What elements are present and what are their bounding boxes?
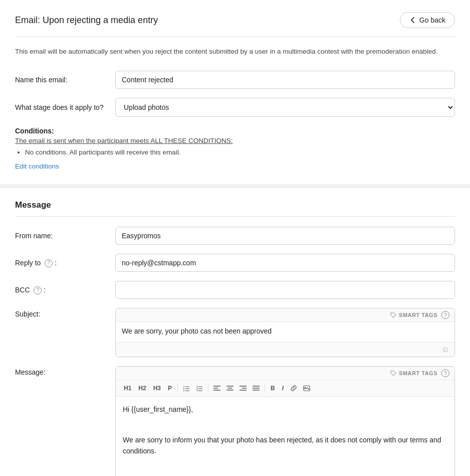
subject-input[interactable]: We are sorry, your photo cas not been ap…	[116, 322, 454, 342]
message-top-bar: SMART TAGS ?	[116, 367, 454, 380]
conditions-keyword: ALL THESE CONDITIONS:	[150, 137, 232, 144]
reply-to-label: Reply to	[15, 259, 41, 267]
toolbar-ol[interactable]: 1.2.3.	[193, 383, 205, 393]
svg-rect-6	[183, 390, 184, 391]
svg-rect-18	[228, 388, 232, 389]
svg-rect-13	[198, 391, 202, 391]
svg-rect-25	[253, 390, 260, 391]
tag-icon	[390, 311, 397, 319]
svg-rect-15	[213, 388, 218, 389]
svg-rect-4	[183, 388, 184, 389]
subject-smart-tags-help[interactable]: ?	[441, 311, 449, 319]
svg-text:3.: 3.	[196, 389, 198, 392]
toolbar-align-justify[interactable]	[250, 384, 262, 393]
svg-rect-23	[253, 386, 260, 387]
toolbar-h1[interactable]: H1	[121, 383, 134, 393]
conditions-title: Conditions:	[15, 127, 455, 135]
conditions-text: The email is sent when the participant m…	[15, 137, 455, 144]
svg-rect-24	[253, 388, 260, 389]
toolbar-ul[interactable]	[180, 383, 192, 393]
conditions-block: Conditions: The email is sent when the p…	[15, 127, 455, 170]
subject-smart-tags-label[interactable]: SMART TAGS	[399, 312, 437, 318]
stage-label: What stage does it apply to?	[15, 103, 115, 111]
svg-rect-3	[185, 387, 189, 387]
toolbar-div2	[208, 384, 208, 393]
svg-point-0	[392, 313, 393, 314]
toolbar-div3	[265, 384, 265, 393]
toolbar-p[interactable]: P	[165, 383, 175, 393]
toolbar-h3[interactable]: H3	[150, 383, 164, 393]
bcc-help-icon[interactable]: ?	[34, 286, 42, 294]
svg-rect-7	[185, 391, 189, 391]
message-editor-wrapper: SMART TAGS ? H1 H2 H3 P 1.2.3.	[115, 366, 455, 476]
from-name-label: From name:	[15, 232, 115, 240]
svg-rect-2	[183, 386, 184, 387]
chevron-left-icon	[409, 17, 416, 24]
message-body[interactable]: Hi {{user_first_name}}, We are sorry to …	[116, 397, 454, 476]
svg-rect-9	[198, 387, 202, 387]
message-label: Message:	[15, 366, 115, 376]
go-back-button[interactable]: Go back	[400, 12, 455, 28]
message-smart-tags-label[interactable]: SMART TAGS	[399, 370, 437, 376]
toolbar-align-center[interactable]	[224, 384, 236, 393]
svg-rect-11	[198, 389, 202, 389]
email-name-input[interactable]	[115, 71, 455, 89]
name-label: Name this email:	[15, 76, 115, 84]
toolbar-image[interactable]	[301, 383, 313, 393]
stage-select[interactable]: Upload photos Vote Finished	[115, 98, 455, 117]
toolbar-div1	[177, 384, 178, 393]
page-title: Email: Upon rejecting a media entry	[15, 15, 158, 26]
svg-rect-14	[213, 386, 220, 387]
description-text: This email will be automatically sent wh…	[15, 47, 455, 57]
subject-bottom-bar: ☺	[116, 342, 454, 357]
svg-rect-21	[242, 388, 247, 389]
emoji-icon[interactable]: ☺	[441, 345, 449, 354]
svg-rect-16	[213, 390, 220, 391]
toolbar-align-left[interactable]	[211, 384, 223, 393]
message-smart-tags-help[interactable]: ?	[441, 369, 449, 377]
svg-rect-5	[185, 389, 189, 389]
svg-point-1	[392, 372, 393, 373]
subject-wrapper: SMART TAGS ? We are sorry, your photo ca…	[115, 308, 455, 357]
edit-conditions-link[interactable]: Edit conditions	[15, 163, 59, 170]
toolbar-italic[interactable]: I	[279, 383, 287, 393]
from-name-input[interactable]	[115, 227, 455, 245]
subject-top-bar: SMART TAGS ?	[116, 308, 454, 322]
go-back-label: Go back	[419, 16, 445, 24]
toolbar-bold[interactable]: B	[268, 383, 278, 393]
reply-to-help-icon[interactable]: ?	[45, 259, 53, 267]
message-toolbar: H1 H2 H3 P 1.2.3.	[116, 380, 454, 397]
reply-to-input[interactable]	[115, 254, 455, 272]
message-tag-icon	[390, 370, 397, 377]
bcc-colon: :	[44, 286, 46, 294]
conditions-bullet: No conditions. All participants will rec…	[25, 148, 455, 156]
svg-rect-20	[240, 386, 247, 387]
subject-label: Subject:	[15, 308, 115, 318]
message-divider	[15, 216, 455, 217]
svg-rect-19	[226, 390, 233, 391]
bcc-input[interactable]	[115, 281, 455, 299]
message-section-title: Message	[15, 200, 455, 210]
reply-to-colon: :	[55, 259, 57, 267]
reply-to-label-wrap: Reply to ? :	[15, 259, 115, 267]
toolbar-h2[interactable]: H2	[135, 383, 149, 393]
toolbar-align-right[interactable]	[237, 384, 249, 393]
svg-rect-22	[240, 390, 247, 391]
toolbar-link[interactable]	[288, 383, 300, 393]
bcc-label-wrap: BCC ? :	[15, 286, 115, 294]
svg-rect-17	[226, 386, 233, 387]
bcc-label: BCC	[15, 286, 30, 294]
header-divider	[15, 36, 455, 37]
